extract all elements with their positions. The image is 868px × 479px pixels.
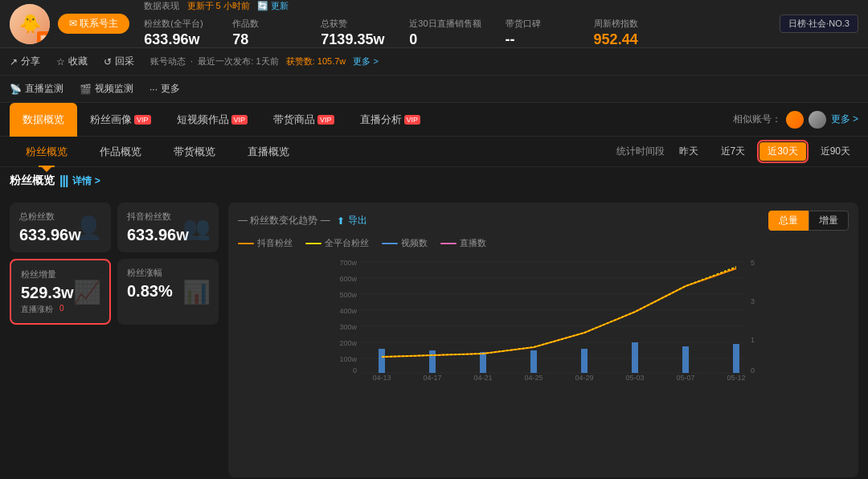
video-icon: 🎬 [80,84,92,95]
sub-tab-goods[interactable]: 带货概览 [158,137,231,167]
active-indicator [42,167,51,172]
top-right: 日榜·社会·NO.3 [780,14,858,33]
chart-legend: 抖音粉丝 全平台粉丝 视频数 直播数 [238,237,849,249]
fans-icon: 👤 [75,215,103,241]
tab-goods[interactable]: 带货商品 VIP [260,103,347,137]
account-status: 账号动态 · 最近一次发布: 1天前 获赞数: 105.7w 更多 > [150,55,858,68]
sub-tab-fans[interactable]: 粉丝概览 [10,137,84,167]
time-yesterday[interactable]: 昨天 [671,142,706,161]
legend-videos: 视频数 [382,237,428,249]
fans-rate-card: 粉丝涨幅 0.83% 📊 [117,259,219,325]
legend-douyin: 抖音粉丝 [238,237,293,249]
tab-overview[interactable]: 数据概览 [10,103,77,137]
more-button[interactable]: ··· 更多 [149,82,180,96]
svg-text:5: 5 [751,259,755,267]
rank-badge: 日榜·社会·NO.3 [780,14,858,33]
video-monitor-button[interactable]: 🎬 视频监测 [80,82,133,96]
fans-section-header: 粉丝概览 ||| 详情 > [0,167,868,194]
fans-cards-panel: 总粉丝数 633.96w 👤 抖音粉丝数 633.96w 👥 粉丝增量 529.… [10,203,219,477]
stat-weekly-rank: 周新榜指数 952.44 [594,18,658,48]
sub-tab-live[interactable]: 直播概览 [231,137,305,167]
stats-group: 粉丝数(全平台) 633.96w 作品数 78 总获赞 7139.35w 近30… [144,18,780,48]
svg-text:100w: 100w [339,355,357,363]
svg-text:05-03: 05-03 [625,374,644,382]
svg-text:04-17: 04-17 [423,374,441,382]
legend-dot-platform [305,243,321,244]
similar-accounts: 相似账号： 更多 > [733,111,858,129]
chart-svg: 700w 600w 500w 400w 300w 200w 100w 0 5 3… [238,254,849,383]
stat-likes: 总获赞 7139.35w [321,18,385,48]
svg-text:04-29: 04-29 [575,374,593,382]
export-button[interactable]: ⬆ 导出 [337,214,367,227]
refresh-link[interactable]: 🔄 更新 [257,1,289,10]
share-button[interactable]: ↗ 分享 [10,55,40,68]
svg-text:300w: 300w [339,323,357,331]
toggle-growth[interactable]: 增量 [809,211,849,231]
time-7days[interactable]: 近7天 [713,142,754,161]
toggle-total[interactable]: 总量 [768,211,809,231]
qr-badge: ▦ [37,31,50,44]
share-icon: ↗ [10,56,18,68]
more-link[interactable]: 更多 > [353,56,378,66]
legend-platform: 全平台粉丝 [305,237,369,249]
vip-tag: VIP [231,115,248,125]
svg-text:600w: 600w [339,275,357,283]
svg-text:0: 0 [751,366,755,375]
detail-link[interactable]: 详情 > [72,174,100,188]
live-monitor-button[interactable]: 📡 直播监测 [10,82,63,96]
legend-live: 直播数 [440,237,486,249]
svg-text:3: 3 [751,297,755,305]
contact-button[interactable]: ✉ 联系号主 [58,14,129,34]
vip-tag: VIP [134,115,151,125]
vip-tag: VIP [317,115,334,125]
star-icon: ☆ [56,56,65,68]
avatar: 🐥 ▦ [10,4,50,44]
fans-growth-card: 粉丝增量 529.3w 直播涨粉 0 📈 [10,259,111,325]
svg-rect-23 [530,350,537,373]
similar-avatar-1[interactable] [786,111,804,129]
svg-rect-24 [581,349,588,373]
more-accounts-link[interactable]: 更多 > [831,113,858,126]
fans-cards-grid: 总粉丝数 633.96w 👤 抖音粉丝数 633.96w 👥 粉丝增量 529.… [10,203,219,325]
svg-rect-27 [733,344,739,373]
similar-avatar-2[interactable] [809,111,826,129]
fans-growth-sub: 直播涨粉 0 [21,304,100,315]
sub-tab-works[interactable]: 作品概览 [84,137,158,167]
sub-tab-bar: 粉丝概览 作品概览 带货概览 直播概览 统计时间段 昨天 近7天 近30天 近9… [0,137,868,167]
time-filter: 统计时间段 昨天 近7天 近30天 近90天 [616,142,858,161]
legend-dot-douyin [238,243,254,244]
svg-rect-26 [682,346,689,373]
svg-rect-25 [632,342,638,373]
more-icon: ··· [149,84,158,95]
live-icon: 📡 [10,84,22,95]
chart-header: 粉丝数变化趋势 ⬆ 导出 总量 增量 [238,211,849,231]
total-fans-card: 总粉丝数 633.96w 👤 [10,203,111,252]
section-title-text: 粉丝概览 [10,174,55,188]
tab-fans-portrait[interactable]: 粉丝画像 VIP [77,103,164,137]
growth-icon: 📈 [73,279,101,305]
fans-rate-label: 粉丝涨幅 [127,267,209,279]
legend-dot-videos [382,243,398,244]
stat-goods-rating: 带货口碑 -- [506,18,570,48]
douyin-fans-card: 抖音粉丝数 633.96w 👥 [117,203,219,252]
tab-live-analysis[interactable]: 直播分析 VIP [347,103,434,137]
svg-text:04-25: 04-25 [524,374,542,382]
update-time: 更新于 5 小时前 [187,1,250,10]
chart-title: 粉丝数变化趋势 [238,214,330,227]
export-icon: ⬆ [337,215,345,227]
svg-text:0: 0 [353,366,357,375]
likes-count: 获赞数: 105.7w [286,56,346,66]
svg-text:1: 1 [751,336,755,344]
svg-text:04-13: 04-13 [372,374,391,382]
tab-short-video[interactable]: 短视频作品 VIP [164,103,261,137]
svg-text:400w: 400w [339,307,357,315]
chart-area: 700w 600w 500w 400w 300w 200w 100w 0 5 3… [238,254,849,383]
main-content: 总粉丝数 633.96w 👤 抖音粉丝数 633.96w 👥 粉丝增量 529.… [0,194,868,479]
collect-button[interactable]: ☆ 收藏 [56,55,88,68]
svg-text:04-21: 04-21 [473,374,492,382]
time-30days[interactable]: 近30天 [760,142,805,161]
third-row: 📡 直播监测 🎬 视频监测 ··· 更多 [0,76,868,103]
time-90days[interactable]: 近90天 [813,142,858,161]
decorative-dots: ||| [59,174,68,188]
history-button[interactable]: ↺ 回采 [104,55,134,68]
